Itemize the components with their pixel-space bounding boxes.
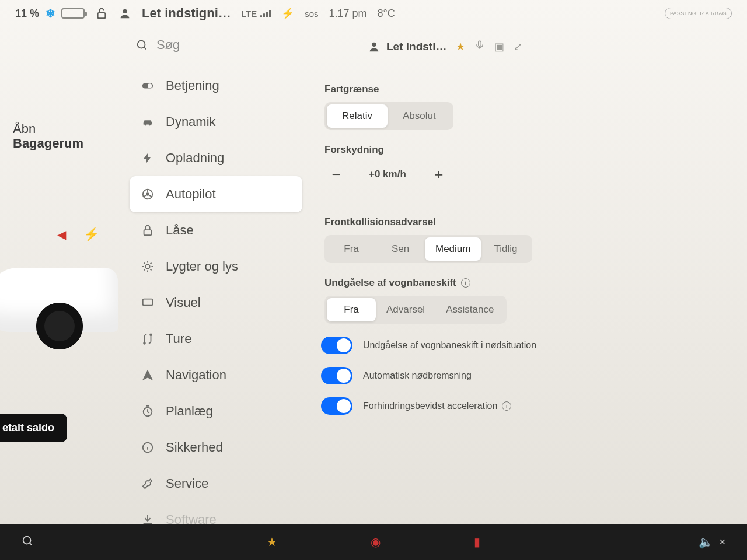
speed-limit-segmented[interactable]: RelativAbsolut: [324, 102, 453, 130]
profile-icon[interactable]: [118, 7, 131, 20]
lda-segmented[interactable]: FraAdvarselAssistance: [324, 296, 507, 324]
nav-item-trips[interactable]: Ture: [123, 321, 309, 357]
expand-icon[interactable]: ⤢: [514, 40, 522, 53]
svg-rect-9: [143, 299, 153, 306]
seg-option[interactable]: Assistance: [435, 298, 504, 321]
toggle-row: Automatisk nødbremsning: [321, 367, 712, 384]
offset-minus[interactable]: −: [324, 163, 348, 186]
timer-icon: [140, 405, 155, 418]
search-placeholder: Søg: [156, 37, 180, 52]
nav-item-label: Navigation: [166, 368, 226, 383]
offset-plus[interactable]: +: [427, 163, 451, 186]
toggle-list: Undgåelse af vognbaneskift i nødsituatio…: [315, 337, 712, 415]
lock-icon: [140, 224, 155, 237]
speaker-icon: 🔈: [699, 535, 713, 549]
vehicle-panel: Åbn Bagagerum ◀ ⚡ etalt saldo: [0, 26, 123, 538]
svg-point-10: [144, 342, 145, 344]
seg-option[interactable]: Advarsel: [376, 298, 435, 321]
dock-app-icon[interactable]: ▮: [474, 535, 480, 549]
offset-value: +0 km/h: [369, 169, 406, 180]
search-icon[interactable]: [21, 534, 34, 550]
svg-point-8: [145, 264, 149, 268]
nav-item-dynamics[interactable]: Dynamik: [123, 104, 309, 140]
airbag-badge: PASSENGER AIRBAG: [665, 8, 732, 19]
svg-point-6: [146, 193, 149, 195]
toggle-switch[interactable]: [321, 397, 352, 415]
nav-item-label: Planlæg: [166, 404, 213, 419]
dock-app-icon[interactable]: ★: [267, 535, 277, 549]
seg-option[interactable]: Medium: [425, 237, 481, 261]
nav-item-safety[interactable]: Sikkerhed: [123, 429, 309, 466]
nav-item-label: Dynamik: [166, 114, 216, 130]
svg-point-1: [123, 9, 127, 13]
profile-icon: [368, 40, 381, 53]
search-row[interactable]: Søg: [123, 29, 309, 68]
nav-item-label: Lygter og lys: [166, 259, 238, 274]
svg-point-2: [138, 41, 145, 48]
nav-item-label: Opladning: [166, 150, 224, 166]
svg-point-16: [23, 536, 31, 544]
detail-profile[interactable]: Let indsti…: [368, 40, 446, 53]
toggle-icon: [140, 79, 155, 92]
route-icon: [140, 332, 155, 345]
seg-option[interactable]: Absolut: [388, 104, 451, 128]
main-area: Åbn Bagagerum ◀ ⚡ etalt saldo Søg Betjen…: [0, 26, 747, 522]
star-icon[interactable]: ★: [456, 40, 465, 53]
svg-rect-7: [144, 230, 152, 235]
temperature: 8°C: [378, 8, 395, 20]
nav-item-label: Betjening: [166, 78, 219, 93]
trunk-label: Bagagerum: [13, 136, 83, 150]
sun-icon: [140, 260, 155, 273]
nav-item-label: Service: [166, 476, 208, 491]
seg-option[interactable]: Fra: [327, 298, 376, 321]
offset-label: Forskydning: [324, 144, 712, 156]
nav-item-display[interactable]: Visuel: [123, 285, 309, 321]
nav-item-schedule[interactable]: Planlæg: [123, 393, 309, 429]
svg-point-14: [372, 42, 376, 46]
sos-label: sos: [305, 9, 318, 19]
mute-indicator[interactable]: 🔈✕: [699, 535, 726, 549]
sos-indicator: sos: [305, 9, 318, 19]
nav-item-lights[interactable]: Lygter og lys: [123, 249, 309, 285]
toggle-row: Forhindringsbevidst acceleration i: [321, 397, 712, 415]
network-type: LTE: [242, 9, 257, 19]
car-icon: [140, 116, 155, 128]
seg-option[interactable]: Tidlig: [481, 237, 530, 261]
detail-profile-label: Let indsti…: [386, 40, 446, 53]
profile-name[interactable]: Let indstigni…: [142, 6, 231, 21]
toggle-label: Forhindringsbevidst acceleration i: [363, 401, 511, 411]
balance-button[interactable]: etalt saldo: [0, 414, 67, 442]
nav-item-service[interactable]: Service: [123, 466, 309, 502]
toggle-switch[interactable]: [321, 367, 352, 384]
nav-item-controls[interactable]: Betjening: [123, 68, 309, 104]
seg-option[interactable]: Sen: [376, 237, 425, 261]
lda-label-text: Undgåelse af vognbaneskift: [324, 277, 456, 289]
toggle-switch[interactable]: [321, 337, 352, 354]
offset-stepper: − +0 km/h +: [324, 163, 712, 186]
display-icon: [140, 296, 155, 309]
nav-item-locks[interactable]: Låse: [123, 212, 309, 249]
dock: ★ ◉ ▮ 🔈✕: [0, 524, 747, 560]
wheel-icon: [140, 188, 155, 201]
seg-option[interactable]: Relativ: [327, 104, 388, 128]
toggle-label: Undgåelse af vognbaneskift i nødsituatio…: [363, 340, 536, 351]
unlock-icon[interactable]: [95, 7, 108, 20]
nav-item-autopilot[interactable]: Autopilot: [130, 176, 302, 212]
nav-item-label: Låse: [166, 223, 194, 238]
charging-bolt-icon: ⚡: [281, 7, 294, 20]
nav-item-label: Sikkerhed: [166, 440, 223, 455]
mic-icon[interactable]: [474, 40, 485, 53]
fcw-segmented[interactable]: FraSenMediumTidlig: [324, 235, 532, 263]
nav-item-charging[interactable]: Opladning: [123, 140, 309, 176]
trunk-toggle[interactable]: Åbn Bagagerum: [13, 121, 117, 151]
mute-x: ✕: [719, 537, 726, 547]
info-icon: [140, 441, 155, 454]
nav-item-navigation[interactable]: Navigation: [123, 357, 309, 393]
seg-option[interactable]: Fra: [327, 237, 376, 261]
info-icon[interactable]: i: [461, 278, 470, 288]
battery-icon: [61, 8, 85, 19]
dock-app-icon[interactable]: ◉: [371, 535, 381, 549]
svg-rect-15: [479, 41, 481, 46]
boxes-icon[interactable]: ▣: [494, 40, 504, 53]
info-icon[interactable]: i: [502, 401, 511, 411]
